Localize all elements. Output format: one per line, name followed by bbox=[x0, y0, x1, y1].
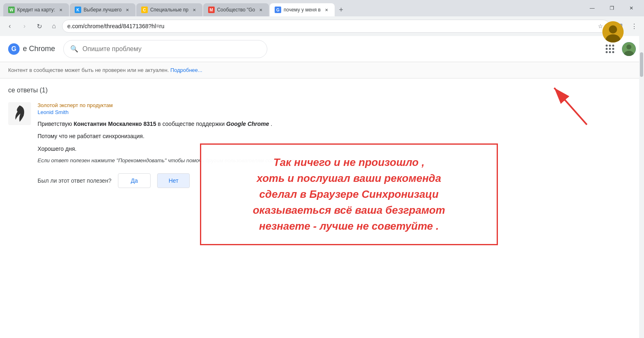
tab-bar: W Кредит на карту: ✕ K Выбери лучшего ✕ … bbox=[0, 0, 644, 16]
annotation-text: Так ничего и не произошло ,хоть и послуш… bbox=[213, 154, 484, 234]
svg-line-9 bbox=[554, 88, 587, 125]
answer-line2: Потому что не работает синхронизация. bbox=[38, 132, 636, 141]
logo-text: e Chrome bbox=[23, 45, 55, 53]
red-arrow bbox=[546, 80, 595, 130]
page-content: G e Chrome 🔍 bbox=[0, 36, 644, 338]
expert-avatar-image bbox=[11, 103, 28, 124]
address-bar-row: ‹ › ↻ ⌂ e.com/chrome/thread/84171368?hl=… bbox=[0, 16, 644, 36]
minimize-button[interactable]: — bbox=[583, 2, 602, 15]
red-arrow-icon bbox=[546, 80, 595, 129]
tab-5-favicon: G bbox=[275, 7, 281, 13]
tab-4-title: Сообщество "Go bbox=[217, 7, 255, 13]
tab-2[interactable]: K Выбери лучшего ✕ bbox=[70, 3, 135, 16]
tab-4-favicon: M bbox=[208, 7, 215, 13]
maximize-button[interactable]: ❐ bbox=[602, 2, 621, 15]
answer-avatar bbox=[8, 102, 31, 125]
greeting: Приветствую bbox=[38, 121, 72, 127]
avatar-image bbox=[602, 21, 624, 43]
address-bar[interactable]: e.com/chrome/thread/84171368?hl=ru ☆ bbox=[62, 20, 610, 33]
forward-button[interactable]: › bbox=[18, 20, 31, 33]
new-tab-button[interactable]: + bbox=[335, 4, 347, 16]
warning-bar: Контент в сообществе может быть не прове… bbox=[0, 62, 644, 78]
page-header: G e Chrome 🔍 bbox=[0, 36, 644, 62]
browser-window: W Кредит на карту: ✕ K Выбери лучшего ✕ … bbox=[0, 0, 644, 338]
google-logo: G bbox=[8, 43, 20, 55]
scrollbar[interactable] bbox=[639, 36, 644, 338]
greeting-end: . bbox=[271, 121, 272, 127]
search-bar[interactable]: 🔍 bbox=[63, 40, 267, 58]
user-avatar-image bbox=[622, 42, 636, 56]
close-button[interactable]: ✕ bbox=[622, 2, 641, 15]
apps-button[interactable] bbox=[602, 42, 617, 56]
tab-1[interactable]: W Кредит на карту: ✕ bbox=[3, 3, 69, 16]
svg-point-6 bbox=[626, 45, 631, 49]
annotation-overlay: Так ничего и не произошло ,хоть и послуш… bbox=[200, 143, 498, 245]
search-input[interactable] bbox=[82, 45, 260, 53]
window-controls: — ❐ ✕ bbox=[583, 2, 641, 15]
feedback-yes-button[interactable]: Да bbox=[118, 173, 151, 188]
tab-5-close[interactable]: ✕ bbox=[323, 7, 330, 13]
product-bold: Google Chrome bbox=[226, 121, 269, 127]
address-text: e.com/chrome/thread/84171368?hl=ru bbox=[67, 23, 593, 29]
header-right bbox=[602, 42, 636, 56]
profile-avatar-tab-bar[interactable] bbox=[602, 21, 624, 43]
tab-3-title: Специальные пр bbox=[150, 7, 189, 13]
tab-2-title: Выбери лучшего bbox=[84, 7, 122, 13]
tab-2-favicon: K bbox=[75, 7, 81, 13]
tab-1-favicon: W bbox=[8, 7, 15, 13]
tab-3-favicon: С bbox=[141, 7, 148, 13]
feedback-label: Был ли этот ответ полезен? bbox=[38, 177, 111, 184]
warning-text: Контент в сообществе может быть не прове… bbox=[8, 67, 169, 73]
refresh-button[interactable]: ↻ bbox=[33, 20, 46, 33]
back-button[interactable]: ‹ bbox=[3, 20, 16, 33]
tab-5[interactable]: G почему у меня в ✕ bbox=[270, 3, 335, 16]
user-avatar-header[interactable] bbox=[622, 42, 636, 56]
home-button[interactable]: ⌂ bbox=[47, 20, 60, 33]
user-name-bold: Константин Москаленко 8315 bbox=[73, 121, 156, 127]
greeting-cont: в сообществе поддержки bbox=[158, 121, 225, 127]
svg-point-1 bbox=[609, 25, 617, 34]
svg-text:G: G bbox=[11, 45, 16, 52]
page-logo: G e Chrome bbox=[8, 43, 55, 55]
warning-link[interactable]: Подробнее... bbox=[170, 67, 202, 73]
search-icon: 🔍 bbox=[70, 45, 78, 53]
tab-3[interactable]: С Специальные пр ✕ bbox=[136, 3, 202, 16]
toolbar-right: ⊞ ⋮ bbox=[613, 20, 641, 33]
tab-5-title: почему у меня в bbox=[284, 7, 321, 13]
menu-button[interactable]: ⋮ bbox=[628, 20, 641, 33]
tab-4-close[interactable]: ✕ bbox=[258, 7, 264, 13]
tab-2-close[interactable]: ✕ bbox=[124, 7, 131, 13]
feedback-no-button[interactable]: Нет bbox=[157, 173, 190, 188]
dots-grid-icon bbox=[606, 45, 614, 53]
section-title: се ответы (1) bbox=[8, 87, 636, 94]
scrollbar-thumb[interactable] bbox=[640, 52, 643, 77]
tab-1-close[interactable]: ✕ bbox=[58, 7, 64, 13]
tab-4[interactable]: M Сообщество "Go ✕ bbox=[203, 3, 269, 16]
tab-3-close[interactable]: ✕ bbox=[191, 7, 198, 13]
tab-1-title: Кредит на карту: bbox=[17, 7, 55, 13]
